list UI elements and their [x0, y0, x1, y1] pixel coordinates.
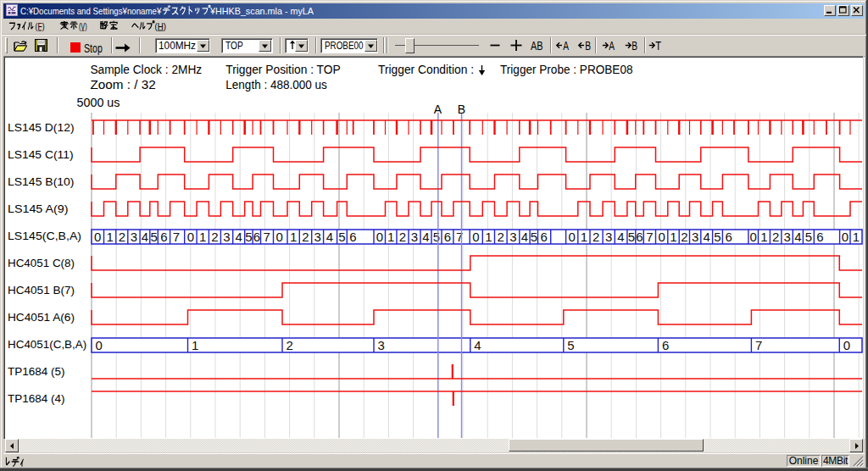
svg-text:5: 5 — [567, 338, 574, 352]
svg-text:0: 0 — [94, 230, 101, 244]
svg-text:Trigger Position : TOP: Trigger Position : TOP — [225, 63, 340, 76]
svg-text:2: 2 — [399, 230, 406, 244]
svg-text:TP1684 (5): TP1684 (5) — [8, 365, 65, 378]
svg-text:A: A — [434, 103, 442, 116]
svg-text:3: 3 — [692, 230, 698, 244]
svg-text:2: 2 — [211, 230, 218, 244]
svg-text:LS145(C,B,A): LS145(C,B,A) — [8, 230, 81, 242]
svg-text:HC4051(C,B,A): HC4051(C,B,A) — [8, 338, 86, 351]
svg-text:4: 4 — [236, 230, 242, 244]
svg-text:1: 1 — [581, 230, 587, 244]
svg-text:5: 5 — [433, 230, 440, 244]
svg-text:0: 0 — [569, 230, 576, 244]
svg-text:5: 5 — [805, 230, 812, 244]
svg-text:1: 1 — [107, 230, 114, 244]
svg-text:2: 2 — [593, 230, 599, 244]
svg-text:3: 3 — [378, 338, 385, 352]
svg-text:TP1684 (4): TP1684 (4) — [8, 392, 65, 405]
svg-text:B: B — [458, 103, 465, 116]
svg-text:3: 3 — [131, 230, 137, 244]
svg-text:1: 1 — [853, 230, 860, 244]
svg-text:4: 4 — [142, 230, 148, 244]
svg-text:0: 0 — [472, 230, 479, 244]
svg-text:6: 6 — [541, 230, 548, 244]
svg-text:5000 us: 5000 us — [77, 96, 120, 109]
svg-text:1: 1 — [192, 338, 198, 352]
svg-text:4: 4 — [326, 230, 333, 244]
svg-text:1: 1 — [199, 230, 206, 244]
svg-text:1: 1 — [760, 230, 767, 244]
svg-text:4: 4 — [422, 230, 429, 244]
svg-text:1: 1 — [290, 230, 297, 244]
svg-text:Trigger Condition :: Trigger Condition : — [378, 63, 474, 76]
svg-text:4: 4 — [704, 230, 710, 244]
svg-text:3: 3 — [783, 230, 790, 244]
svg-text:3: 3 — [509, 230, 516, 244]
svg-text:2: 2 — [302, 230, 309, 244]
svg-text:5: 5 — [338, 230, 345, 244]
svg-text:6: 6 — [725, 230, 732, 244]
svg-text:7: 7 — [755, 338, 762, 352]
svg-text:4: 4 — [794, 230, 801, 244]
svg-text:LS145 B(10): LS145 B(10) — [8, 175, 75, 188]
svg-text:HC4051 B(7): HC4051 B(7) — [8, 284, 75, 296]
svg-text:7: 7 — [173, 230, 180, 244]
svg-text:1: 1 — [387, 230, 394, 244]
svg-text:3: 3 — [223, 230, 230, 244]
svg-text:5: 5 — [628, 230, 635, 244]
svg-text:2: 2 — [498, 230, 504, 244]
svg-text:HC4051 A(6): HC4051 A(6) — [8, 311, 75, 324]
svg-text:2: 2 — [681, 230, 687, 244]
svg-text:5: 5 — [150, 230, 157, 244]
svg-text:Sample Clock : 2MHz: Sample Clock : 2MHz — [90, 63, 202, 76]
svg-text:0: 0 — [658, 230, 665, 244]
svg-text:0: 0 — [843, 338, 850, 352]
svg-text:6: 6 — [349, 230, 356, 244]
svg-text:HC4051 C(8): HC4051 C(8) — [8, 257, 75, 269]
svg-text:6: 6 — [636, 230, 643, 244]
svg-text:6: 6 — [444, 230, 451, 244]
svg-text:6: 6 — [662, 338, 669, 352]
svg-text:2: 2 — [119, 230, 125, 244]
svg-text:7: 7 — [264, 230, 270, 244]
svg-text:4: 4 — [617, 230, 624, 244]
svg-text:2: 2 — [772, 230, 779, 244]
svg-text:0: 0 — [187, 230, 194, 244]
svg-text:0: 0 — [96, 338, 103, 352]
svg-text:0: 0 — [842, 230, 849, 244]
svg-text:5: 5 — [714, 230, 721, 244]
svg-text:LS145 D(12): LS145 D(12) — [8, 121, 75, 134]
svg-text:1: 1 — [670, 230, 676, 244]
svg-text:3: 3 — [314, 230, 320, 244]
svg-text:6: 6 — [816, 230, 823, 244]
svg-text:4: 4 — [521, 230, 528, 244]
svg-text:3: 3 — [411, 230, 418, 244]
svg-text:5: 5 — [245, 230, 252, 244]
svg-text:Zoom : / 32: Zoom : / 32 — [90, 78, 156, 91]
svg-text:7: 7 — [646, 230, 653, 244]
svg-text:6: 6 — [160, 230, 167, 244]
svg-text:LS145 C(11): LS145 C(11) — [8, 148, 74, 161]
svg-text:3: 3 — [605, 230, 612, 244]
svg-text:Length : 488.000 us: Length : 488.000 us — [225, 78, 327, 91]
svg-text:Trigger Probe : PROBE08: Trigger Probe : PROBE08 — [500, 63, 633, 76]
svg-text:LS145 A(9): LS145 A(9) — [8, 202, 69, 215]
svg-text:0: 0 — [376, 230, 383, 244]
svg-text:0: 0 — [276, 230, 283, 244]
svg-text:6: 6 — [253, 230, 260, 244]
svg-text:1: 1 — [485, 230, 492, 244]
svg-text:0: 0 — [750, 230, 757, 244]
svg-text:2: 2 — [287, 338, 293, 352]
svg-text:5: 5 — [531, 230, 537, 244]
svg-text:4: 4 — [474, 338, 481, 352]
